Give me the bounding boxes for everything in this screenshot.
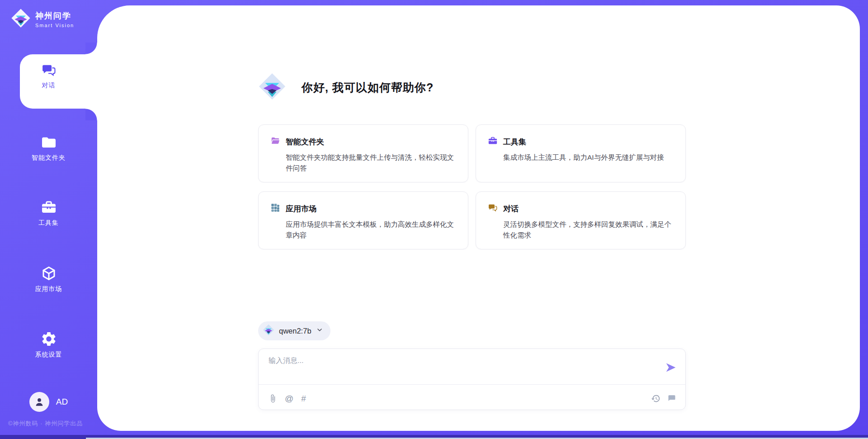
sidebar-item-chat[interactable]: 对话: [0, 62, 97, 90]
composer-toolbar: @ #: [269, 390, 676, 407]
quick-phrase-icon[interactable]: [667, 394, 676, 403]
user-name: AD: [56, 397, 68, 407]
composer-input[interactable]: [269, 356, 648, 382]
card-title: 工具集: [503, 137, 526, 147]
card-app-market[interactable]: 应用市场 应用市场提供丰富长文本模板，助力高效生成多样化文章内容: [258, 191, 468, 249]
apps-grid-icon: [270, 203, 280, 215]
card-description: 应用市场提供丰富长文本模板，助力高效生成多样化文章内容: [286, 219, 456, 241]
attach-icon[interactable]: [269, 394, 277, 403]
folder-open-icon: [270, 136, 280, 148]
card-description: 集成市场上主流工具，助力AI与外界无缝扩展与对接: [503, 152, 674, 163]
toolbox-icon: [488, 136, 498, 148]
composer-divider: [259, 384, 685, 385]
hashtag-icon[interactable]: #: [301, 394, 306, 403]
toolbox-icon: [41, 199, 57, 215]
app-logo-icon: [11, 8, 31, 30]
folder-icon: [41, 134, 57, 150]
card-title: 应用市场: [286, 204, 316, 214]
sidebar-item-label: 应用市场: [35, 285, 62, 293]
sidebar-item-toolset[interactable]: 工具集: [0, 199, 97, 227]
app-name: 神州问学: [35, 10, 74, 21]
card-chat[interactable]: 对话 灵活切换多模型文件，支持多样回复效果调试，满足个性化需求: [476, 191, 686, 249]
send-button[interactable]: [664, 361, 678, 375]
sidebar-item-app-market[interactable]: 应用市场: [0, 265, 97, 293]
mention-icon[interactable]: @: [285, 394, 293, 403]
greeting-row: 你好, 我可以如何帮助你?: [258, 72, 434, 102]
chevron-down-icon: [316, 326, 323, 335]
sidebar-item-label: 系统设置: [35, 351, 62, 359]
tab-fillet-top: [85, 43, 97, 54]
cube-icon: [41, 265, 57, 282]
sidebar-item-settings[interactable]: 系统设置: [0, 331, 97, 359]
send-icon: [665, 362, 677, 375]
card-description: 灵活切换多模型文件，支持多样回复效果调试，满足个性化需求: [503, 219, 674, 241]
model-logo-icon: [263, 324, 274, 338]
greeting-text: 你好, 我可以如何帮助你?: [302, 80, 434, 95]
message-composer: @ #: [258, 348, 686, 410]
app-logo: 神州问学 Smart Vision: [11, 8, 74, 30]
card-title: 智能文件夹: [286, 137, 324, 147]
sidebar: 神州问学 Smart Vision 对话 智能文件夹 工具集: [0, 0, 97, 439]
app-subtitle: Smart Vision: [35, 23, 74, 28]
tab-fillet-bottom: [85, 109, 97, 120]
card-title: 对话: [503, 204, 519, 214]
main-content-area: 你好, 我可以如何帮助你? 智能文件夹 智能文件夹功能支持批量文件上传与清洗，轻…: [97, 5, 860, 431]
history-icon[interactable]: [651, 394, 660, 403]
sidebar-item-label: 工具集: [38, 219, 59, 227]
chat-icon: [488, 203, 498, 215]
greeting-logo-icon: [258, 72, 286, 102]
sidebar-item-label: 智能文件夹: [32, 154, 66, 162]
user-profile[interactable]: AD: [0, 392, 97, 412]
model-name: qwen2:7b: [279, 327, 311, 335]
model-selector[interactable]: qwen2:7b: [258, 321, 330, 340]
copyright-footer: ©神州数码 · 神州问学出品: [8, 420, 83, 428]
gear-icon: [41, 331, 57, 347]
sidebar-item-label: 对话: [42, 81, 56, 90]
sidebar-item-smart-folder[interactable]: 智能文件夹: [0, 134, 97, 162]
user-avatar: [29, 392, 49, 412]
chat-icon: [41, 62, 57, 78]
card-description: 智能文件夹功能支持批量文件上传与清洗，轻松实现文件问答: [286, 152, 456, 174]
card-toolset[interactable]: 工具集 集成市场上主流工具，助力AI与外界无缝扩展与对接: [476, 124, 686, 182]
feature-cards: 智能文件夹 智能文件夹功能支持批量文件上传与清洗，轻松实现文件问答 工具集 集成…: [258, 124, 686, 249]
card-smart-folder[interactable]: 智能文件夹 智能文件夹功能支持批量文件上传与清洗，轻松实现文件问答: [258, 124, 468, 182]
